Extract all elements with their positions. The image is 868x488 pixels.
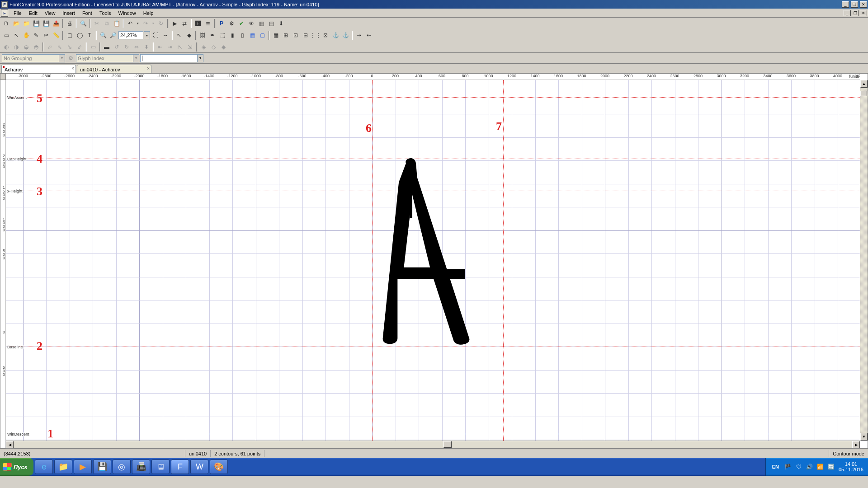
maximize-button[interactable]: ❐ [851, 1, 858, 8]
menu-edit[interactable]: Edit [25, 9, 41, 17]
pointer-mode-icon[interactable]: ↖ [175, 31, 184, 40]
start-button[interactable]: Пуск [0, 458, 33, 476]
scroll-right-icon[interactable]: ▶ [852, 441, 860, 448]
zoom-in-icon[interactable]: 🔍 [99, 31, 108, 40]
print-icon[interactable]: 🖨 [65, 19, 74, 28]
fit-width-icon[interactable]: ↔ [161, 31, 170, 40]
preview-icon[interactable]: 👁 [247, 19, 256, 28]
point-select-icon[interactable]: ↖ [12, 31, 21, 40]
mdi-minimize-button[interactable]: _ [844, 10, 851, 16]
t3-b-icon[interactable]: ◑ [12, 42, 21, 52]
scroll-up-icon[interactable]: ▲ [860, 80, 868, 88]
repeat-icon[interactable]: ↻ [156, 19, 165, 28]
link2-icon[interactable]: ⇠ [364, 31, 373, 40]
remove-overlap-icon[interactable]: ⬚ [218, 31, 227, 40]
t3-q-icon[interactable]: ⇱ [175, 42, 184, 52]
tray-network-icon[interactable]: 📶 [817, 463, 824, 470]
link1-icon[interactable]: ⇢ [354, 31, 363, 40]
snap-contours-icon[interactable]: ⊠ [321, 31, 330, 40]
snap-metrics-icon[interactable]: ⊟ [301, 31, 310, 40]
task-display-icon[interactable]: 🖥 [151, 460, 170, 474]
t3-e-icon[interactable]: ⬀ [45, 42, 54, 52]
mdi-close-button[interactable]: ✕ [860, 10, 867, 16]
t3-d-icon[interactable]: ◓ [32, 42, 41, 52]
open-installed-icon[interactable]: 📁 [22, 19, 31, 28]
menu-file[interactable]: File [10, 9, 25, 17]
menu-tools[interactable]: Tools [96, 9, 115, 17]
redo-icon[interactable]: ↷ [141, 19, 150, 28]
undo-dd-icon[interactable]: ▾ [136, 19, 140, 28]
tray-volume-icon[interactable]: 🔊 [806, 463, 813, 470]
task-save-icon[interactable]: 💾 [93, 460, 111, 474]
anchor-icon[interactable]: ⚓ [331, 31, 340, 40]
freehand-icon[interactable]: ✋ [22, 31, 31, 40]
menu-window[interactable]: Window [115, 9, 140, 17]
close-icon[interactable]: × [147, 66, 150, 71]
cut-icon[interactable]: ✂ [92, 19, 101, 28]
outline-icon[interactable]: ▯ [238, 31, 247, 40]
paste-icon[interactable]: 📋 [112, 19, 121, 28]
task-word-icon[interactable]: W [190, 460, 208, 474]
horizontal-scrollbar[interactable]: ◀ ▶ [6, 441, 860, 448]
vertical-scrollbar[interactable]: ▲ ▼ [860, 80, 868, 441]
measure-icon[interactable]: 📏 [52, 31, 61, 40]
panel2-icon[interactable]: ▤ [267, 19, 276, 28]
hscroll-thumb[interactable] [443, 441, 452, 448]
task-fontcreator-icon[interactable]: F [171, 460, 189, 474]
close-button[interactable]: ✕ [860, 1, 867, 8]
task-media-icon[interactable]: ▶ [74, 460, 92, 474]
contour-mode-icon[interactable]: ◆ [184, 31, 193, 40]
save-icon[interactable]: 💾 [32, 19, 41, 28]
scroll-down-icon[interactable]: ▼ [860, 433, 868, 441]
zoom-out-icon[interactable]: 🔎 [108, 31, 118, 40]
zoom-input[interactable]: 24,27% [118, 31, 143, 39]
new-icon[interactable]: 🗋 [2, 19, 11, 28]
t3-r-icon[interactable]: ⇲ [185, 42, 194, 52]
properties-icon[interactable]: P [217, 19, 226, 28]
task-ie-icon[interactable]: e [35, 460, 53, 474]
t3-t-icon[interactable]: ◇ [209, 42, 218, 52]
copy-icon[interactable]: ⧉ [102, 19, 111, 28]
text-icon[interactable]: T [85, 31, 94, 40]
t3-s-icon[interactable]: ◈ [199, 42, 208, 52]
install-icon[interactable]: ⬇ [277, 19, 286, 28]
close-icon[interactable]: × [71, 66, 74, 71]
snap-grid-icon[interactable]: ▦ [271, 31, 280, 40]
mdi-doc-icon[interactable]: F [1, 9, 8, 17]
grid-outline-icon[interactable]: ▢ [258, 31, 267, 40]
anchor2-icon[interactable]: ⚓ [341, 31, 350, 40]
redo-dd-icon[interactable]: ▾ [151, 19, 156, 28]
task-paint-icon[interactable]: 🎨 [210, 460, 228, 474]
task-scanner-icon[interactable]: 📠 [132, 460, 150, 474]
t3-k-icon[interactable]: ↺ [112, 42, 121, 52]
editor-canvas[interactable]: WinAscent CapHeight x-Height Baseline Wi… [6, 80, 860, 441]
undo-icon[interactable]: ↶ [126, 19, 135, 28]
snap-grid2-icon[interactable]: ⊞ [281, 31, 290, 40]
t3-c-icon[interactable]: ◒ [22, 42, 31, 52]
rectangle-icon[interactable]: ▢ [65, 31, 74, 40]
tray-flag-icon[interactable]: 🏴 [784, 463, 792, 470]
t3-p-icon[interactable]: ⇥ [165, 42, 175, 52]
t3-i-icon[interactable]: ▭ [89, 42, 98, 52]
tray-sync-icon[interactable]: 🔄 [828, 463, 835, 470]
search-icon[interactable]: 🔍 [79, 19, 88, 28]
pen-icon[interactable]: ✎ [32, 31, 41, 40]
menu-view[interactable]: View [41, 9, 59, 17]
task-explorer-icon[interactable]: 📁 [54, 460, 72, 474]
t3-a-icon[interactable]: ◐ [2, 42, 11, 52]
t3-j-icon[interactable]: ▬ [102, 42, 111, 52]
knife-icon[interactable]: ✂ [42, 31, 51, 40]
open-icon[interactable]: 📂 [12, 19, 21, 28]
font-test-icon[interactable]: 🅵 [193, 19, 203, 28]
t3-n-icon[interactable]: ⬍ [142, 42, 151, 52]
language-indicator[interactable]: EN [770, 463, 781, 470]
menu-insert[interactable]: Insert [59, 9, 79, 17]
t3-m-icon[interactable]: ⬄ [132, 42, 141, 52]
menu-font[interactable]: Font [79, 9, 96, 17]
validate-icon[interactable]: ✔ [237, 19, 246, 28]
grouping-opts-icon[interactable]: ⚙ [66, 54, 75, 63]
t3-f-icon[interactable]: ⬁ [55, 42, 64, 52]
glyph-name-combo[interactable]: ▾ [140, 54, 203, 62]
task-chrome-icon[interactable]: ◎ [113, 460, 131, 474]
ellipse-icon[interactable]: ◯ [75, 31, 84, 40]
